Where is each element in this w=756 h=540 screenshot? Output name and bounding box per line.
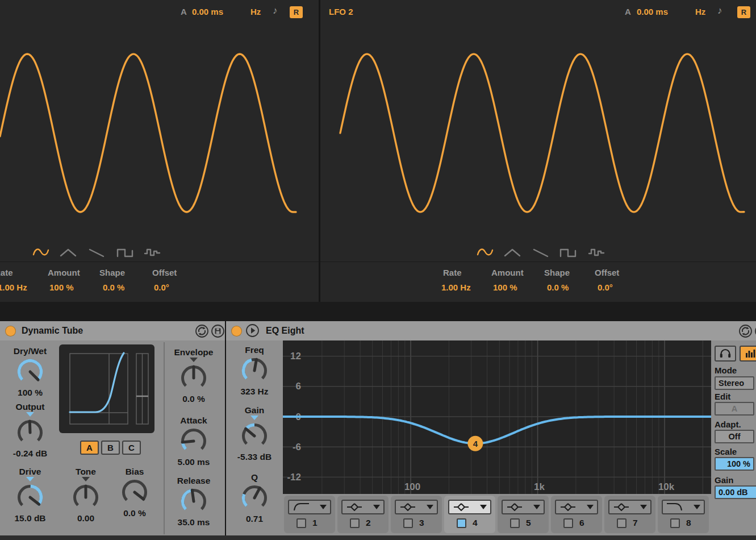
eq-freq-knob[interactable] (239, 355, 270, 386)
rate-value[interactable]: 1.00 Hz (0, 283, 27, 292)
eq-band-1-filter-dropdown[interactable] (288, 500, 331, 514)
bottom-strip (0, 535, 756, 540)
eq-freq-label: Freq (245, 344, 264, 355)
eq-band-7-enable-checkbox[interactable] (617, 518, 626, 528)
eq-band-5-filter-dropdown[interactable] (502, 500, 545, 514)
envelope-knob[interactable] (178, 363, 209, 393)
tone-knob[interactable] (70, 482, 101, 513)
eq-band-3-enable-checkbox[interactable] (403, 518, 413, 528)
attack-knob[interactable] (178, 426, 209, 456)
offset-value[interactable]: 0.0° (154, 283, 169, 292)
bias-label: Bias (126, 466, 144, 477)
drywet-value[interactable]: 100 % (18, 387, 43, 398)
square-wave-icon[interactable] (559, 247, 577, 259)
eq-band-7-filter-dropdown[interactable] (608, 500, 651, 514)
saw-wave-icon[interactable] (532, 247, 549, 259)
lfo2-retrigger-button[interactable]: R (737, 6, 750, 18)
sine-wave-icon[interactable] (32, 247, 49, 259)
lfo2-sync-note-icon[interactable]: ♪ (717, 5, 722, 16)
eq-q-knob[interactable] (239, 483, 270, 513)
saw-wave-icon[interactable] (88, 247, 105, 259)
lfo1-attack-time[interactable]: 0.00 ms (192, 6, 223, 18)
square-wave-icon[interactable] (116, 247, 133, 259)
output-gain-field[interactable]: 0.00 dB (715, 485, 756, 499)
offset-value[interactable]: 0.0° (598, 283, 613, 292)
expand-view-icon[interactable] (245, 323, 260, 338)
dynamic-tube-activator[interactable] (5, 326, 16, 337)
analyzer-toggle-button[interactable] (740, 346, 756, 362)
triangle-wave-icon[interactable] (60, 247, 77, 259)
eq-band-8-enable-checkbox[interactable] (670, 518, 680, 528)
eq-band-8-number: 8 (686, 518, 691, 528)
lfo2-rate-unit-toggle[interactable]: Hz (695, 6, 705, 18)
highpass-filter-icon (291, 501, 311, 513)
bias-knob-group: Bias0.0 % (108, 466, 161, 518)
offset-label: Offset (152, 268, 177, 277)
random-wave-icon[interactable] (588, 247, 605, 259)
eq-q-label: Q (251, 472, 258, 483)
dynamic-tube-title: Dynamic Tube (22, 326, 83, 336)
triangle-wave-icon[interactable] (504, 247, 521, 259)
tone-value[interactable]: 0.00 (77, 513, 94, 524)
eq-band-3-cell: 3 (391, 496, 442, 533)
edit-channel-button[interactable]: A (715, 402, 754, 416)
lfo2-attack-time[interactable]: 0.00 ms (637, 6, 668, 18)
lfo1-retrigger-button[interactable]: R (290, 6, 303, 18)
eq-band-6-enable-checkbox[interactable] (563, 518, 573, 528)
eq-band-1-enable-checkbox[interactable] (296, 518, 306, 528)
shape-value[interactable]: 0.0 % (547, 283, 569, 292)
preset-a-button[interactable]: A (80, 441, 99, 455)
output-knob[interactable] (15, 417, 45, 448)
amount-value[interactable]: 100 % (49, 283, 74, 292)
mode-select[interactable]: Stereo (715, 376, 754, 390)
eq-band-3-filter-dropdown[interactable] (395, 500, 438, 514)
tone-label: Tone (76, 466, 96, 477)
drywet-knob[interactable] (15, 356, 45, 387)
offset-label: Offset (595, 268, 619, 277)
eq-q-value[interactable]: 0.71 (246, 513, 263, 524)
preset-b-button[interactable]: B (101, 441, 120, 455)
attack-value[interactable]: 5.00 ms (178, 456, 210, 467)
release-knob[interactable] (178, 486, 209, 517)
envelope-value[interactable]: 0.0 % (182, 393, 205, 404)
default-value-marker (250, 416, 258, 421)
save-preset-icon[interactable] (211, 324, 225, 338)
rate-value[interactable]: 1.00 Hz (441, 283, 471, 292)
bias-value[interactable]: 0.0 % (123, 508, 146, 518)
eq-gain-knob-group: Gain-5.33 dB (228, 405, 281, 462)
drive-value[interactable]: 15.0 dB (14, 513, 45, 524)
eq-freq-value[interactable]: 323 Hz (240, 386, 268, 397)
lfo1-sync-note-icon[interactable]: ♪ (273, 5, 278, 16)
eq-band-4-filter-dropdown[interactable] (448, 500, 491, 514)
sine-wave-icon[interactable] (477, 247, 494, 259)
audition-button[interactable] (715, 346, 736, 362)
hot-swap-icon[interactable] (195, 324, 209, 338)
eq-band-2-enable-checkbox[interactable] (350, 518, 360, 528)
eq-eight-titlebar[interactable] (226, 321, 756, 340)
random-wave-icon[interactable] (144, 247, 161, 259)
bell-filter-icon (558, 501, 578, 513)
eq-gain-knob[interactable] (239, 421, 270, 451)
drywet-label: Dry/Wet (14, 346, 47, 356)
lfo1-rate-unit-toggle[interactable]: Hz (250, 6, 261, 18)
shape-value[interactable]: 0.0 % (103, 283, 124, 292)
drive-knob[interactable] (15, 482, 45, 513)
eq-band-6-filter-dropdown[interactable] (555, 500, 598, 514)
adapt-q-select[interactable]: Off (715, 430, 754, 443)
bias-knob[interactable] (119, 477, 150, 508)
amount-value[interactable]: 100 % (493, 283, 517, 292)
output-value[interactable]: -0.24 dB (13, 448, 47, 459)
eq-eight-activator[interactable] (231, 326, 242, 337)
hot-swap-icon[interactable] (738, 324, 753, 338)
eq-band-4-enable-checkbox[interactable] (457, 518, 466, 528)
default-value-marker (26, 477, 34, 482)
eq-q-knob-group: Q0.71 (228, 472, 281, 524)
eq-gain-value[interactable]: -5.33 dB (237, 451, 272, 462)
eq-band-8-filter-dropdown[interactable] (662, 500, 705, 514)
eq-response-display[interactable]: 1260-6-121001k10k4 (283, 340, 711, 494)
preset-c-button[interactable]: C (122, 441, 141, 455)
release-value[interactable]: 35.0 ms (178, 517, 210, 527)
eq-band-2-filter-dropdown[interactable] (341, 500, 385, 514)
scale-field[interactable]: 100 % (715, 457, 754, 471)
eq-band-5-enable-checkbox[interactable] (510, 518, 520, 528)
